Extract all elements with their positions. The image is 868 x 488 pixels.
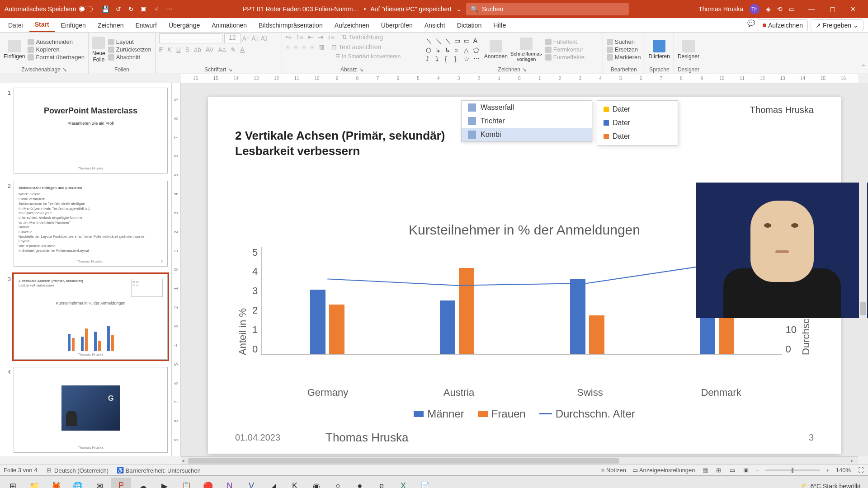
zoom-in-icon[interactable]: + — [826, 467, 830, 474]
align-center-icon[interactable]: ≡ — [294, 43, 297, 51]
tab-entwurf[interactable]: Entwurf — [130, 19, 162, 32]
quick-styles-button[interactable]: Schnellformat- vorlagen — [510, 38, 542, 62]
tab-ueberpruefen[interactable]: Überprüfen — [376, 19, 418, 32]
columns-icon[interactable]: ▥ — [318, 43, 324, 51]
slide-counter[interactable]: Folie 3 von 4 — [4, 467, 37, 474]
shape-outline-button[interactable]: Formkontur — [545, 46, 585, 53]
copy-button[interactable]: Kopieren — [28, 46, 85, 53]
slide-thumbnail-1[interactable]: PowerPoint Masterclass Präsentieren wie … — [14, 88, 168, 174]
taskbar-onenote[interactable]: N — [220, 478, 240, 488]
reading-view-icon[interactable]: ▭ — [729, 467, 736, 474]
taskbar-app[interactable]: ● — [350, 478, 370, 488]
slide-thumbnail-3[interactable]: 2 Vertikale Achsen (Primär, sekundär) Le… — [14, 274, 168, 360]
find-button[interactable]: Suchen — [607, 38, 641, 45]
display-settings-button[interactable]: ▭ Anzeigeeinstellungen — [632, 467, 695, 474]
qat-more-icon[interactable]: ⋯ — [165, 5, 173, 13]
section-button[interactable]: Abschnitt — [108, 54, 151, 61]
tab-datei[interactable]: Datei — [3, 19, 28, 32]
window-mode-icon[interactable]: ▭ — [789, 5, 795, 13]
taskbar-app[interactable]: ☁ — [133, 478, 153, 488]
highlight-icon[interactable]: ✎ — [231, 46, 236, 53]
line-spacing-icon[interactable]: ↕≡ — [328, 33, 335, 41]
slideshow-icon[interactable]: ▣ — [742, 467, 750, 474]
align-right-icon[interactable]: ≡ — [302, 43, 306, 51]
scroll-left-icon[interactable]: ◂ — [182, 458, 188, 464]
comments-icon[interactable]: 💬 — [747, 19, 755, 31]
undo-icon[interactable]: ↺ — [114, 5, 123, 13]
underline-icon[interactable]: U — [176, 46, 181, 53]
weather-widget[interactable]: ⛅ 6°C Stark bewölkt — [801, 483, 861, 488]
record-button[interactable]: Aufzeichnen — [758, 19, 808, 31]
chevron-down-icon[interactable]: ⌄ — [456, 5, 462, 13]
designer-button[interactable]: Designer — [678, 40, 699, 60]
shadow-icon[interactable]: ab — [194, 46, 201, 53]
case-icon[interactable]: Aa — [218, 46, 226, 53]
tab-dictation[interactable]: Dictation — [452, 19, 487, 32]
touch-icon[interactable]: ☟ — [152, 5, 160, 13]
taskbar-app[interactable]: ◢ — [263, 478, 283, 488]
notes-button[interactable]: ≡ Notizen — [601, 467, 626, 474]
reset-button[interactable]: Zurücksetzen — [108, 46, 151, 53]
strike-icon[interactable]: S — [185, 46, 189, 53]
font-color-icon[interactable]: A — [241, 46, 245, 53]
dialog-launcher-icon[interactable]: ↘ — [359, 66, 363, 73]
tab-bildschirmpraesentation[interactable]: Bildschirmpräsentation — [253, 19, 328, 32]
user-avatar[interactable]: TH — [750, 4, 760, 14]
accessibility-button[interactable]: ♿ Barrierefreiheit: Untersuchen — [117, 467, 201, 474]
slide-area[interactable]: Thomas Hruska 2 Vertikale Achsen (Primär… — [181, 83, 868, 456]
taskbar-excel[interactable]: X — [393, 478, 413, 488]
grow-font-icon[interactable]: A↑ — [242, 35, 250, 42]
vertical-scrollbar[interactable] — [859, 83, 867, 447]
fit-window-icon[interactable]: ⛶ — [857, 467, 864, 474]
shape-effects-button[interactable]: Formeffekte — [545, 54, 585, 61]
scrollbar-thumb[interactable] — [188, 458, 619, 464]
tab-aufzeichnen[interactable]: Aufzeichnen — [329, 19, 375, 32]
maximize-icon[interactable]: ▢ — [822, 0, 843, 18]
taskbar-edge[interactable]: e — [372, 478, 392, 488]
taskbar-app[interactable]: K — [285, 478, 305, 488]
horizontal-ruler[interactable]: 1615141312111098765432101234567891011121… — [181, 74, 858, 83]
numbering-icon[interactable]: 1≡ — [296, 33, 303, 41]
chart-type-trichter[interactable]: Trichter — [462, 114, 592, 128]
save-icon[interactable]: 💾 — [102, 5, 110, 13]
taskbar-app[interactable]: 📄 — [415, 478, 435, 488]
italic-icon[interactable]: K — [167, 46, 171, 53]
layout-button[interactable]: Layout — [108, 38, 151, 45]
taskbar-firefox[interactable]: 🦊 — [46, 478, 66, 488]
zoom-out-icon[interactable]: − — [756, 467, 760, 474]
user-name[interactable]: Thomas Hruska — [698, 5, 743, 13]
tab-hilfe[interactable]: Hilfe — [488, 19, 511, 32]
dialog-launcher-icon[interactable]: ↘ — [228, 66, 232, 73]
bullets-icon[interactable]: •≡ — [286, 33, 292, 41]
horizontal-scrollbar[interactable]: ◂ ▸ — [181, 456, 858, 465]
tab-ansicht[interactable]: Ansicht — [419, 19, 451, 32]
taskbar-outlook[interactable]: ✉ — [90, 478, 109, 488]
share-button[interactable]: ↗Freigeben⌄ — [811, 19, 863, 31]
taskbar-chrome[interactable]: 🌐 — [68, 478, 88, 488]
tab-animationen[interactable]: Animationen — [206, 19, 252, 32]
thumbnail-panel[interactable]: 1 PowerPoint Masterclass Präsentieren wi… — [0, 83, 172, 456]
autosave-toggle[interactable] — [79, 6, 93, 12]
indent-dec-icon[interactable]: ⇤ — [308, 33, 313, 41]
tab-zeichnen[interactable]: Zeichnen — [92, 19, 129, 32]
taskbar-app[interactable]: 🔴 — [198, 478, 218, 488]
dictate-button[interactable]: Diktieren — [649, 40, 670, 60]
justify-icon[interactable]: ≡ — [310, 43, 314, 51]
zoom-slider[interactable] — [765, 469, 820, 471]
slide-thumbnail-2[interactable]: Seitenanzahl einfügen und platzieren iWo… — [14, 181, 168, 267]
font-size-combo[interactable]: 12 — [224, 33, 241, 43]
align-left-icon[interactable]: ≡ — [286, 43, 289, 51]
webcam-overlay[interactable] — [696, 183, 868, 318]
select-button[interactable]: Markieren — [607, 54, 641, 61]
indent-inc-icon[interactable]: ⇥ — [318, 33, 323, 41]
scroll-right-icon[interactable]: ▸ — [851, 458, 857, 464]
present-icon[interactable]: ▣ — [140, 5, 148, 13]
dialog-launcher-icon[interactable]: ↘ — [62, 66, 67, 73]
diamond-icon[interactable]: ◈ — [766, 5, 771, 13]
chart-type-wasserfall[interactable]: Wasserfall — [462, 101, 592, 114]
slide-thumbnail-4[interactable]: G Thomas Hruska — [14, 367, 168, 453]
sync-icon[interactable]: ⟲ — [777, 5, 783, 13]
taskbar-app[interactable]: 📋 — [176, 478, 196, 488]
search-box[interactable]: 🔍 Suchen — [466, 3, 629, 15]
language-indicator[interactable]: ⊞ Deutsch (Österreich) — [45, 467, 108, 474]
